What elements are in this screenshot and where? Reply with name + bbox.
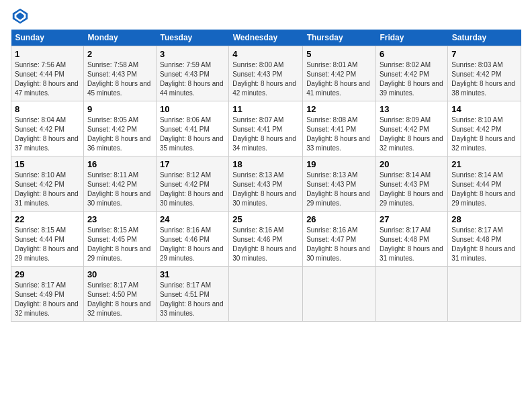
day-info: Sunrise: 8:17 AM Sunset: 4:49 PM Dayligh… — [15, 281, 80, 318]
day-info: Sunrise: 8:00 AM Sunset: 4:43 PM Dayligh… — [232, 60, 299, 98]
day-cell-29: 29Sunrise: 8:17 AM Sunset: 4:49 PM Dayli… — [11, 267, 84, 322]
day-number: 25 — [232, 214, 299, 224]
day-cell-5: 5Sunrise: 8:01 AM Sunset: 4:42 PM Daylig… — [303, 46, 376, 101]
header-row: SundayMondayTuesdayWednesdayThursdayFrid… — [11, 30, 521, 46]
calendar-row-3: 15Sunrise: 8:10 AM Sunset: 4:42 PM Dayli… — [11, 156, 521, 212]
day-info: Sunrise: 8:13 AM Sunset: 4:43 PM Dayligh… — [232, 171, 299, 208]
day-number: 18 — [232, 159, 299, 169]
day-info: Sunrise: 8:15 AM Sunset: 4:45 PM Dayligh… — [87, 226, 152, 263]
day-cell-18: 18Sunrise: 8:13 AM Sunset: 4:43 PM Dayli… — [229, 156, 303, 212]
day-cell-6: 6Sunrise: 8:02 AM Sunset: 4:42 PM Daylig… — [375, 46, 447, 101]
day-number: 2 — [87, 49, 152, 59]
day-number: 6 — [380, 49, 444, 59]
day-info: Sunrise: 8:06 AM Sunset: 4:41 PM Dayligh… — [160, 116, 225, 153]
day-info: Sunrise: 8:07 AM Sunset: 4:41 PM Dayligh… — [232, 116, 299, 153]
day-cell-28: 28Sunrise: 8:17 AM Sunset: 4:48 PM Dayli… — [448, 212, 521, 267]
day-cell-12: 12Sunrise: 8:08 AM Sunset: 4:41 PM Dayli… — [303, 101, 376, 156]
day-cell-24: 24Sunrise: 8:16 AM Sunset: 4:46 PM Dayli… — [156, 212, 228, 267]
calendar-row-2: 8Sunrise: 8:04 AM Sunset: 4:42 PM Daylig… — [11, 101, 521, 156]
day-number: 27 — [380, 214, 444, 224]
day-number: 10 — [160, 104, 225, 114]
day-number: 17 — [160, 159, 225, 169]
day-info: Sunrise: 8:05 AM Sunset: 4:42 PM Dayligh… — [87, 116, 152, 153]
day-info: Sunrise: 8:17 AM Sunset: 4:50 PM Dayligh… — [87, 281, 152, 318]
day-info: Sunrise: 8:14 AM Sunset: 4:44 PM Dayligh… — [451, 171, 517, 208]
day-number: 20 — [380, 159, 444, 169]
day-cell-19: 19Sunrise: 8:13 AM Sunset: 4:43 PM Dayli… — [303, 156, 376, 212]
day-number: 4 — [232, 49, 299, 59]
day-number: 26 — [306, 214, 372, 224]
day-number: 12 — [306, 104, 372, 114]
day-cell-26: 26Sunrise: 8:16 AM Sunset: 4:47 PM Dayli… — [303, 212, 376, 267]
day-info: Sunrise: 8:17 AM Sunset: 4:51 PM Dayligh… — [160, 281, 225, 318]
col-header-sunday: Sunday — [11, 30, 84, 46]
day-number: 3 — [160, 49, 225, 59]
day-number: 23 — [87, 214, 152, 224]
col-header-wednesday: Wednesday — [229, 30, 303, 46]
day-cell-7: 7Sunrise: 8:03 AM Sunset: 4:42 PM Daylig… — [448, 46, 521, 101]
day-info: Sunrise: 8:12 AM Sunset: 4:42 PM Dayligh… — [160, 171, 225, 208]
day-info: Sunrise: 8:13 AM Sunset: 4:43 PM Dayligh… — [306, 171, 372, 208]
page-container: SundayMondayTuesdayWednesdayThursdayFrid… — [0, 0, 532, 328]
day-number: 8 — [15, 104, 80, 114]
day-number: 13 — [380, 104, 444, 114]
day-number: 24 — [160, 214, 225, 224]
day-info: Sunrise: 8:17 AM Sunset: 4:48 PM Dayligh… — [451, 226, 517, 263]
day-cell-3: 3Sunrise: 7:59 AM Sunset: 4:43 PM Daylig… — [156, 46, 228, 101]
day-cell-21: 21Sunrise: 8:14 AM Sunset: 4:44 PM Dayli… — [448, 156, 521, 212]
day-info: Sunrise: 8:17 AM Sunset: 4:48 PM Dayligh… — [380, 226, 444, 263]
day-info: Sunrise: 8:15 AM Sunset: 4:44 PM Dayligh… — [15, 226, 80, 263]
day-cell-13: 13Sunrise: 8:09 AM Sunset: 4:42 PM Dayli… — [375, 101, 447, 156]
col-header-saturday: Saturday — [448, 30, 521, 46]
day-cell-1: 1Sunrise: 7:56 AM Sunset: 4:44 PM Daylig… — [11, 46, 84, 101]
day-info: Sunrise: 8:14 AM Sunset: 4:43 PM Dayligh… — [380, 171, 444, 208]
day-info: Sunrise: 8:09 AM Sunset: 4:42 PM Dayligh… — [380, 116, 444, 153]
empty-cell — [303, 267, 376, 322]
day-info: Sunrise: 8:10 AM Sunset: 4:42 PM Dayligh… — [15, 171, 80, 208]
day-info: Sunrise: 8:04 AM Sunset: 4:42 PM Dayligh… — [15, 116, 80, 153]
day-cell-8: 8Sunrise: 8:04 AM Sunset: 4:42 PM Daylig… — [11, 101, 84, 156]
day-info: Sunrise: 8:16 AM Sunset: 4:46 PM Dayligh… — [160, 226, 225, 263]
day-info: Sunrise: 8:03 AM Sunset: 4:42 PM Dayligh… — [451, 60, 517, 98]
calendar-table: SundayMondayTuesdayWednesdayThursdayFrid… — [11, 30, 521, 322]
logo — [11, 7, 31, 26]
day-cell-4: 4Sunrise: 8:00 AM Sunset: 4:43 PM Daylig… — [229, 46, 303, 101]
header — [11, 7, 521, 26]
day-cell-10: 10Sunrise: 8:06 AM Sunset: 4:41 PM Dayli… — [156, 101, 228, 156]
day-cell-16: 16Sunrise: 8:11 AM Sunset: 4:42 PM Dayli… — [83, 156, 156, 212]
day-number: 11 — [232, 104, 299, 114]
day-number: 19 — [306, 159, 372, 169]
empty-cell — [375, 267, 447, 322]
day-info: Sunrise: 8:11 AM Sunset: 4:42 PM Dayligh… — [87, 171, 152, 208]
day-cell-27: 27Sunrise: 8:17 AM Sunset: 4:48 PM Dayli… — [375, 212, 447, 267]
empty-cell — [229, 267, 303, 322]
day-cell-22: 22Sunrise: 8:15 AM Sunset: 4:44 PM Dayli… — [11, 212, 84, 267]
logo-icon — [11, 7, 30, 26]
day-info: Sunrise: 7:56 AM Sunset: 4:44 PM Dayligh… — [15, 60, 80, 98]
day-number: 22 — [15, 214, 80, 224]
day-cell-25: 25Sunrise: 8:16 AM Sunset: 4:46 PM Dayli… — [229, 212, 303, 267]
day-info: Sunrise: 7:58 AM Sunset: 4:43 PM Dayligh… — [87, 60, 152, 98]
day-cell-14: 14Sunrise: 8:10 AM Sunset: 4:42 PM Dayli… — [448, 101, 521, 156]
day-number: 7 — [451, 49, 517, 59]
day-number: 21 — [451, 159, 517, 169]
day-number: 14 — [451, 104, 517, 114]
calendar-row-5: 29Sunrise: 8:17 AM Sunset: 4:49 PM Dayli… — [11, 267, 521, 322]
day-number: 31 — [160, 269, 225, 279]
day-info: Sunrise: 8:01 AM Sunset: 4:42 PM Dayligh… — [306, 60, 372, 98]
day-info: Sunrise: 8:10 AM Sunset: 4:42 PM Dayligh… — [451, 116, 517, 153]
day-info: Sunrise: 8:16 AM Sunset: 4:46 PM Dayligh… — [232, 226, 299, 263]
day-number: 5 — [306, 49, 372, 59]
col-header-friday: Friday — [375, 30, 447, 46]
day-info: Sunrise: 8:16 AM Sunset: 4:47 PM Dayligh… — [306, 226, 372, 263]
day-cell-11: 11Sunrise: 8:07 AM Sunset: 4:41 PM Dayli… — [229, 101, 303, 156]
day-cell-30: 30Sunrise: 8:17 AM Sunset: 4:50 PM Dayli… — [83, 267, 156, 322]
empty-cell — [448, 267, 521, 322]
day-cell-31: 31Sunrise: 8:17 AM Sunset: 4:51 PM Dayli… — [156, 267, 228, 322]
day-cell-9: 9Sunrise: 8:05 AM Sunset: 4:42 PM Daylig… — [83, 101, 156, 156]
day-cell-20: 20Sunrise: 8:14 AM Sunset: 4:43 PM Dayli… — [375, 156, 447, 212]
day-info: Sunrise: 7:59 AM Sunset: 4:43 PM Dayligh… — [160, 60, 225, 98]
day-cell-2: 2Sunrise: 7:58 AM Sunset: 4:43 PM Daylig… — [83, 46, 156, 101]
day-number: 28 — [451, 214, 517, 224]
col-header-monday: Monday — [83, 30, 156, 46]
